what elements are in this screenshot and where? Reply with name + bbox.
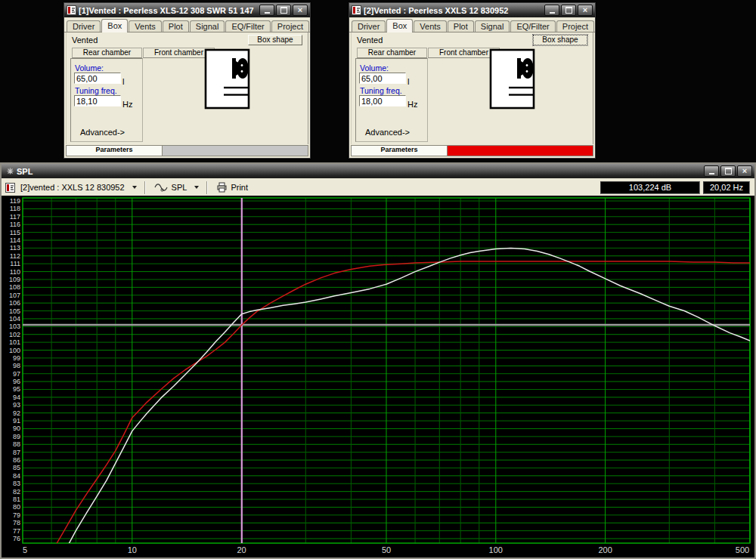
volume-input[interactable] [74, 73, 121, 84]
svg-text:107: 107 [9, 292, 20, 299]
maximize-button[interactable] [561, 5, 576, 16]
volume-unit: l [122, 77, 124, 86]
status-bar: Parameters [66, 145, 308, 156]
svg-text:84: 84 [13, 472, 20, 480]
plot-type-selector[interactable]: SPL [151, 181, 191, 194]
maximize-button[interactable] [276, 5, 291, 16]
tab-project[interactable]: Project [556, 20, 594, 32]
window-titlebar[interactable]: [2]Vented : Peerless XXLS 12 830952 × [349, 3, 595, 17]
tuning-freq-unit: Hz [122, 100, 132, 109]
tab-vents[interactable]: Vents [414, 20, 447, 32]
maximize-icon [565, 7, 572, 14]
svg-text:90: 90 [13, 425, 20, 432]
tuning-freq-input[interactable] [74, 95, 121, 107]
svg-text:114: 114 [10, 236, 20, 244]
volume-label: Volume: [75, 63, 104, 73]
svg-text:100: 100 [9, 347, 20, 354]
svg-text:85: 85 [13, 464, 20, 471]
window-title: SPL [17, 167, 699, 176]
status-label: Parameters [67, 146, 162, 156]
close-icon: × [742, 167, 747, 175]
box-shape-diagram [204, 48, 251, 110]
tab-vents[interactable]: Vents [129, 20, 162, 32]
plot-toolbar: [2]vented : XXLS 12 830952 SPL Print 103… [2, 178, 754, 197]
svg-text:105: 105 [9, 307, 20, 315]
svg-text:109: 109 [9, 276, 20, 283]
close-button[interactable]: × [578, 5, 593, 16]
svg-text:102: 102 [9, 331, 20, 338]
tabstrip: DriverBoxVentsPlotSignalEQ/FilterProject [64, 17, 310, 32]
rear-chamber-tab[interactable]: Rear chamber [72, 48, 142, 58]
toolbar-separator [144, 181, 146, 194]
close-icon: × [583, 6, 587, 14]
svg-text:98: 98 [13, 362, 20, 369]
svg-text:95: 95 [13, 385, 20, 393]
svg-text:20: 20 [237, 545, 246, 554]
tab-eq-filter[interactable]: EQ/Filter [225, 20, 270, 32]
tab-plot[interactable]: Plot [448, 20, 474, 32]
svg-text:104: 104 [9, 315, 20, 323]
svg-text:10: 10 [128, 545, 137, 554]
window-titlebar[interactable]: [1]Vented : Peerless XLS-12 308 SWR 51 1… [64, 3, 310, 17]
svg-text:78: 78 [13, 519, 20, 527]
svg-text:111: 111 [10, 260, 20, 267]
svg-text:117: 117 [10, 213, 20, 221]
close-icon: × [298, 6, 302, 14]
volume-label: Volume: [360, 63, 389, 73]
tab-project[interactable]: Project [271, 20, 309, 32]
tab-signal[interactable]: Signal [475, 20, 510, 32]
print-button[interactable]: Print [213, 181, 251, 194]
advanced-link[interactable]: Advanced-> [365, 128, 410, 137]
svg-text:92: 92 [13, 409, 20, 417]
spl-chart[interactable]: 7677787980818283848586878889909192939495… [2, 196, 754, 557]
tab-driver[interactable]: Driver [352, 20, 386, 32]
print-label: Print [231, 183, 248, 192]
tab-box[interactable]: Box [386, 19, 413, 32]
advanced-link[interactable]: Advanced-> [80, 128, 125, 137]
close-button[interactable]: × [293, 5, 308, 16]
plot-type-dropdown-icon[interactable] [194, 186, 199, 189]
svg-text:83: 83 [13, 480, 20, 487]
tuning-freq-label: Tuning freq. [75, 86, 117, 95]
svg-text:50: 50 [382, 545, 391, 554]
close-button[interactable]: × [737, 165, 752, 177]
toolbar-separator [206, 181, 208, 194]
box-shape-button[interactable]: Box shape [533, 35, 587, 45]
box-shape-diagram [489, 48, 536, 110]
svg-text:110: 110 [10, 268, 20, 276]
plot-window-icon [6, 167, 14, 175]
project-selector-label: [2]vented : XXLS 12 830952 [20, 183, 125, 192]
project-selector-dropdown-icon[interactable] [132, 186, 137, 189]
window-title: [1]Vented : Peerless XLS-12 308 SWR 51 1… [79, 6, 254, 15]
svg-text:200: 200 [598, 545, 612, 554]
svg-text:113: 113 [10, 244, 20, 252]
tab-box[interactable]: Box [101, 19, 128, 32]
svg-text:91: 91 [13, 417, 20, 425]
svg-text:87: 87 [13, 449, 20, 456]
minimize-button[interactable] [704, 165, 719, 177]
svg-text:86: 86 [13, 456, 20, 464]
minimize-button[interactable] [544, 5, 559, 16]
svg-text:119: 119 [10, 197, 20, 205]
tab-plot[interactable]: Plot [163, 20, 189, 32]
tab-signal[interactable]: Signal [190, 20, 225, 32]
svg-text:112: 112 [10, 252, 20, 260]
box-type-label: Vented [357, 36, 383, 45]
maximize-button[interactable] [720, 165, 736, 177]
svg-text:116: 116 [10, 221, 20, 228]
box-shape-button[interactable]: Box shape [248, 35, 302, 45]
volume-unit: l [407, 77, 409, 86]
volume-input[interactable] [359, 73, 406, 84]
tuning-freq-input[interactable] [359, 95, 406, 107]
tab-driver[interactable]: Driver [67, 20, 101, 32]
status-bar: Parameters [351, 145, 593, 156]
rear-chamber-tab[interactable]: Rear chamber [357, 48, 427, 58]
box-tab-page: Vented Box shape Rear chamber Front cham… [66, 32, 308, 144]
plot-type-label: SPL [172, 183, 187, 192]
svg-text:89: 89 [13, 433, 20, 440]
tab-eq-filter[interactable]: EQ/Filter [510, 20, 555, 32]
svg-text:103: 103 [9, 323, 20, 330]
window-titlebar[interactable]: SPL × [2, 164, 754, 178]
project-selector[interactable]: [2]vented : XXLS 12 830952 [17, 181, 128, 193]
minimize-button[interactable] [259, 5, 274, 16]
